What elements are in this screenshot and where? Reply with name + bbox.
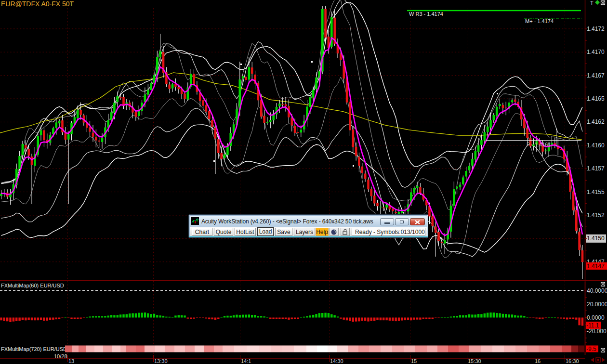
svg-text:P - 1.4161: P - 1.4161 — [527, 142, 551, 147]
svg-text:FXMultiMap(720) EUR/USD: FXMultiMap(720) EUR/USD — [1, 346, 67, 352]
svg-text:EUR@TDFX A0-FX 50T: EUR@TDFX A0-FX 50T — [1, 0, 74, 8]
svg-text:1.4172: 1.4172 — [587, 26, 605, 32]
svg-text:14:30: 14:30 — [330, 358, 343, 364]
svg-text:-11.1: -11.1 — [586, 322, 599, 329]
svg-text:FXMultiMap(60) EUR/USD: FXMultiMap(60) EUR/USD — [1, 283, 64, 288]
svg-text:1.4152: 1.4152 — [587, 212, 605, 219]
svg-text:16: 16 — [535, 358, 541, 364]
svg-text:1.4150: 1.4150 — [587, 235, 605, 242]
svg-text:0.0000: 0.0000 — [587, 314, 605, 321]
svg-text:-9.5: -9.5 — [586, 346, 596, 352]
svg-text:13: 13 — [68, 358, 74, 364]
svg-text:1.4155: 1.4155 — [587, 189, 605, 195]
svg-text:10/28: 10/28 — [54, 353, 67, 359]
svg-text:13:30: 13:30 — [154, 358, 168, 364]
svg-text:16:30: 16:30 — [566, 358, 579, 364]
svg-text:15: 15 — [411, 358, 417, 364]
svg-text:M+ - 1.4174: M+ - 1.4174 — [525, 18, 554, 24]
svg-text:1.4162: 1.4162 — [587, 118, 605, 125]
svg-text:15:30: 15:30 — [468, 358, 481, 364]
svg-text:1.4147: 1.4147 — [587, 263, 605, 270]
svg-text:1.4167: 1.4167 — [587, 72, 605, 79]
svg-text:14:1: 14:1 — [241, 358, 251, 364]
svg-text:1.4160: 1.4160 — [587, 142, 605, 149]
svg-text:-20.000: -20.000 — [587, 328, 607, 335]
svg-text:T: T — [590, 0, 594, 6]
svg-text:W R3 - 1.4174: W R3 - 1.4174 — [409, 11, 443, 17]
svg-text:40.0000: 40.0000 — [587, 287, 607, 294]
svg-text:1.4170: 1.4170 — [587, 49, 605, 55]
svg-text:1.4157: 1.4157 — [587, 165, 605, 172]
svg-text:20.0000: 20.0000 — [587, 301, 607, 308]
svg-text:1.4165: 1.4165 — [587, 95, 605, 102]
